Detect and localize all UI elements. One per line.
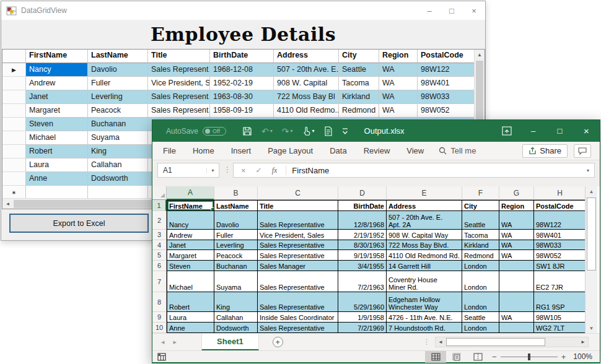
next-sheet-icon[interactable]: ▸ — [173, 338, 177, 346]
xl-cell-F2[interactable]: Seattle — [462, 211, 499, 230]
tab-view[interactable]: View — [406, 146, 424, 155]
xl-row-header-9[interactable]: 9 — [152, 312, 167, 323]
expand-formula-bar-icon[interactable]: ▾ — [587, 168, 589, 173]
xl-row-header-7[interactable]: 7 — [152, 271, 167, 292]
insert-function-icon[interactable]: fx — [272, 166, 278, 175]
xl-row-header-5[interactable]: 5 — [152, 250, 167, 261]
scrollbar-resize-handle[interactable]: ⋮ — [423, 338, 430, 346]
wf-cell[interactable]: Robert — [26, 145, 88, 158]
xl-column-header-B[interactable]: B — [214, 186, 258, 200]
row-selector[interactable] — [2, 131, 26, 145]
xl-cell-F4[interactable]: Kirkland — [462, 240, 499, 250]
xl-row-header-3[interactable]: 3 — [152, 230, 167, 240]
wf-column-header-address[interactable]: Address — [274, 50, 339, 63]
xl-cell-E8[interactable]: Edgeham Hollow Winchester Way — [387, 292, 462, 312]
xl-cell-E7[interactable]: Coventry House Miner Rd. — [387, 271, 462, 292]
save-icon[interactable] — [242, 126, 252, 136]
wf-cell[interactable]: Callahan — [88, 158, 148, 172]
minimize-button[interactable]: – — [418, 1, 441, 20]
xl-cell-C7[interactable]: Sales Representative — [258, 271, 338, 292]
wf-cell[interactable]: Davolio — [88, 63, 148, 77]
xl-cell-G7[interactable] — [499, 271, 534, 292]
wf-cell[interactable]: 1968-12-08 — [210, 63, 274, 77]
xl-cell-C1[interactable]: Title — [258, 200, 338, 211]
wf-column-header-title[interactable]: Title — [148, 50, 210, 63]
wf-column-header-region[interactable]: Region — [379, 50, 418, 63]
scroll-up-icon[interactable]: ▲ — [586, 186, 597, 196]
maximize-button[interactable]: □ — [546, 120, 573, 142]
redo-icon[interactable]: ↷▾ — [282, 126, 293, 136]
xl-cell-D10[interactable]: 7/2/1969 — [338, 323, 387, 333]
xl-row-header-8[interactable]: 8 — [152, 292, 167, 312]
xl-cell-B7[interactable]: Suyama — [214, 271, 258, 292]
xl-cell-F10[interactable]: London — [462, 323, 499, 333]
xl-cell-B2[interactable]: Davolio — [214, 211, 258, 230]
xl-cell-E9[interactable]: 4726 - 11th Ave. N.E. — [387, 312, 462, 323]
undo-icon[interactable]: ↶▾ — [261, 126, 273, 136]
wf-cell[interactable]: 1952-02-19 — [210, 77, 274, 90]
xl-column-header-C[interactable]: C — [258, 186, 338, 200]
wf-column-header-city[interactable]: City — [339, 50, 379, 63]
wf-cell[interactable]: WA — [379, 63, 418, 77]
wf-cell[interactable]: 98W033 — [418, 90, 476, 104]
previous-sheet-icon[interactable]: ◂ — [161, 338, 165, 346]
xl-column-header-E[interactable]: E — [387, 186, 462, 200]
xl-row-header-1[interactable]: 1 — [152, 200, 167, 211]
xl-cell-E1[interactable]: Address — [387, 200, 462, 211]
current-row-indicator[interactable]: ▶ — [2, 63, 26, 77]
xl-cell-G4[interactable]: WA — [499, 240, 534, 250]
xl-cell-B6[interactable]: Buchanan — [214, 261, 258, 271]
wf-column-header-postalcode[interactable]: PostalCode — [418, 50, 476, 63]
datagrid-corner-cell[interactable] — [2, 50, 26, 63]
excel-titlebar[interactable]: AutoSave Off ↶▾ ↷▾ ▾ — [152, 120, 600, 142]
wf-cell[interactable]: Margaret — [26, 104, 88, 118]
normal-view-button[interactable] — [425, 351, 446, 363]
xl-cell-D2[interactable]: 12/8/1968 — [338, 211, 387, 230]
xl-cell-E10[interactable]: 7 Houndstooth Rd. — [387, 323, 462, 333]
new-sheet-button[interactable]: + — [273, 337, 283, 347]
wf-cell[interactable]: 1963-08-30 — [210, 90, 274, 104]
xl-cell-D3[interactable]: 2/19/1952 — [338, 230, 387, 240]
xl-cell-E4[interactable]: 722 Moss Bay Blvd. — [387, 240, 462, 250]
xl-cell-F7[interactable]: London — [462, 271, 499, 292]
xl-cell-D7[interactable]: 7/2/1963 — [338, 271, 387, 292]
xl-cell-F8[interactable]: London — [462, 292, 499, 312]
close-button[interactable]: × — [463, 1, 485, 20]
tab-page-layout[interactable]: Page Layout — [268, 146, 313, 155]
xl-cell-D6[interactable]: 3/4/1955 — [338, 261, 387, 271]
xl-cell-H4[interactable]: 98W033 — [534, 240, 586, 250]
scroll-right-icon[interactable]: ► — [578, 337, 588, 347]
wf-column-header-birthdate[interactable]: BirthDate — [210, 50, 274, 63]
row-selector[interactable] — [2, 118, 26, 131]
wf-cell[interactable]: 1958-09-19 — [210, 104, 274, 118]
customize-qat-icon[interactable] — [342, 128, 348, 135]
wf-cell[interactable]: Sales Represent... — [148, 104, 210, 118]
wf-cell[interactable]: Tacoma — [339, 77, 379, 90]
xl-cell-G3[interactable]: WA — [499, 230, 534, 240]
cancel-icon[interactable]: × — [241, 166, 246, 175]
accessibility-status-icon[interactable] — [157, 353, 166, 361]
scrollbar-thumb[interactable] — [446, 338, 545, 346]
xl-cell-A8[interactable]: Robert — [167, 292, 214, 312]
wf-cell[interactable]: WA — [379, 90, 418, 104]
xl-cell-H1[interactable]: PostalCode — [534, 200, 586, 211]
tab-home[interactable]: Home — [193, 146, 214, 155]
xl-cell-B10[interactable]: Dodsworth — [214, 323, 258, 333]
comments-button[interactable] — [574, 144, 591, 158]
xl-cell-A6[interactable]: Steven — [167, 261, 214, 271]
wf-cell[interactable]: 4110 Old Redmo... — [274, 104, 339, 118]
xl-row-header-4[interactable]: 4 — [152, 240, 167, 250]
wf-column-header-lastname[interactable]: LastName — [88, 50, 148, 63]
xl-cell-B3[interactable]: Fuller — [214, 230, 258, 240]
xl-cell-G6[interactable] — [499, 261, 534, 271]
scroll-up-icon[interactable]: ▲ — [475, 50, 485, 60]
minimize-button[interactable]: – — [520, 120, 546, 142]
wf-cell[interactable]: Michael — [26, 131, 88, 145]
xl-row-header-6[interactable]: 6 — [152, 261, 167, 271]
scroll-left-icon[interactable]: ◄ — [2, 199, 13, 209]
xl-cell-B8[interactable]: King — [214, 292, 258, 312]
tab-file[interactable]: File — [163, 146, 176, 155]
autosave-switch[interactable]: Off — [203, 127, 226, 136]
xl-cell-D4[interactable]: 8/30/1963 — [338, 240, 387, 250]
xl-cell-H10[interactable]: WG2 7LT — [534, 323, 586, 333]
